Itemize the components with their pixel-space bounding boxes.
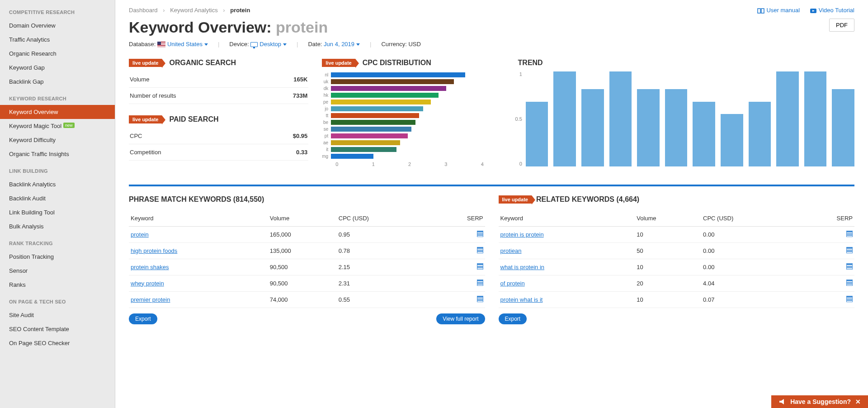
trend-panel: TREND 10.50 — [515, 59, 854, 176]
phrase-match-panel: PHRASE MATCH KEYWORDS (814,550) KeywordV… — [129, 195, 485, 324]
sidebar-item[interactable]: On Page SEO Checker — [0, 336, 115, 350]
sidebar-item[interactable]: Organic Traffic Insights — [0, 147, 115, 161]
sidebar-item[interactable]: Sensor — [0, 264, 115, 278]
sidebar-section-header: KEYWORD RESEARCH — [0, 92, 115, 105]
phrase-match-title: PHRASE MATCH KEYWORDS (814,550) — [129, 195, 485, 204]
sidebar-item[interactable]: Domain Overview — [0, 19, 115, 33]
suggestion-bar[interactable]: Have a Suggestion? ✕ — [771, 395, 868, 408]
cpc-bar — [331, 106, 423, 111]
trend-bar — [749, 102, 771, 166]
serp-icon[interactable] — [846, 231, 853, 237]
serp-icon[interactable] — [477, 247, 483, 253]
cpc-bar — [331, 154, 373, 159]
breadcrumb: Dashboard › Keyword Analytics › protein — [129, 7, 250, 14]
serp-icon[interactable] — [477, 296, 483, 302]
trend-chart: 10.50 — [515, 71, 854, 176]
keyword-link[interactable]: protein shakes — [131, 264, 169, 270]
close-icon[interactable]: ✕ — [855, 398, 861, 405]
video-tutorial-link[interactable]: Video Tutorial — [810, 7, 854, 14]
sidebar-section-header: ON PAGE & TECH SEO — [0, 295, 115, 308]
keyword-link[interactable]: protiean — [500, 247, 522, 254]
breadcrumb-item[interactable]: Keyword Analytics — [170, 7, 218, 14]
sidebar-item[interactable]: Backlink Analytics — [0, 177, 115, 191]
cpc-title: CPC DISTRIBUTION — [363, 59, 431, 67]
sidebar-item[interactable]: SEO Content Template — [0, 322, 115, 336]
related-keywords-panel: live update RELATED KEYWORDS (4,664) Key… — [499, 195, 855, 324]
sidebar-item[interactable]: Position Tracking — [0, 250, 115, 264]
cpc-panel: live updateCPC DISTRIBUTION nlukdkhkpejo… — [322, 59, 501, 176]
view-full-report-button[interactable]: View full report — [436, 313, 485, 324]
trend-bar — [832, 89, 854, 166]
device-selector[interactable]: Desktop — [259, 41, 287, 47]
cpc-bar — [331, 93, 439, 98]
sidebar-item[interactable]: Link Building Tool — [0, 205, 115, 219]
table-row: protein what is it100.07 — [499, 291, 855, 308]
sidebar-item[interactable]: Keyword Overview — [0, 105, 115, 119]
stat-row: Volume165K — [129, 71, 308, 88]
trend-bar — [637, 89, 660, 166]
sidebar-item[interactable]: Ranks — [0, 278, 115, 292]
keyword-link[interactable]: of protein — [500, 280, 525, 287]
cpc-xaxis: 01234 — [322, 160, 484, 167]
keyword-link[interactable]: protein is protein — [500, 231, 544, 238]
user-manual-link[interactable]: User manual — [757, 7, 800, 14]
sidebar: COMPETITIVE RESEARCHDomain OverviewTraff… — [0, 0, 115, 408]
serp-icon[interactable] — [846, 247, 853, 253]
keyword-link[interactable]: premier protein — [131, 296, 170, 303]
cpc-bar — [331, 120, 415, 125]
sidebar-item[interactable]: Bulk Analysis — [0, 219, 115, 233]
main-content: Dashboard › Keyword Analytics › protein … — [115, 0, 868, 408]
breadcrumb-item[interactable]: Dashboard — [129, 7, 158, 14]
export-button[interactable]: Export — [129, 313, 157, 324]
sidebar-section-header: COMPETITIVE RESEARCH — [0, 6, 115, 19]
live-badge: live update — [129, 59, 162, 67]
video-icon — [810, 8, 817, 14]
sidebar-item[interactable]: Backlink Gap — [0, 75, 115, 89]
trend-bar — [609, 71, 632, 166]
keyword-link[interactable]: what is protein in — [500, 264, 545, 270]
page-title: PDF Keyword Overview: protein — [129, 19, 854, 36]
serp-icon[interactable] — [846, 296, 853, 302]
stat-row: Competition0.33 — [129, 144, 308, 161]
database-selector[interactable]: United States — [167, 41, 208, 47]
stat-row: CPC$0.95 — [129, 128, 308, 144]
serp-icon[interactable] — [477, 263, 483, 270]
trend-bar — [804, 71, 827, 166]
cpc-chart: nlukdkhkpejottbeseptaeitmg — [322, 71, 501, 160]
phrase-match-table: KeywordVolumeCPC (USD)SERP protein165,00… — [129, 210, 485, 308]
date-selector[interactable]: Jun 4, 2019 — [324, 41, 360, 47]
trend-bar — [665, 89, 688, 166]
stat-row: Number of results733M — [129, 88, 308, 104]
serp-icon[interactable] — [846, 280, 853, 286]
keyword-link[interactable]: protein what is it — [500, 296, 543, 303]
top-links: User manual Video Tutorial — [749, 7, 854, 14]
table-row: protein165,0000.95 — [129, 226, 485, 242]
sidebar-item[interactable]: Keyword Gap — [0, 61, 115, 75]
organic-title: ORGANIC SEARCH — [169, 59, 236, 67]
table-row: of protein204.04 — [499, 275, 855, 291]
keyword-link[interactable]: high protein foods — [131, 247, 177, 254]
serp-icon[interactable] — [477, 280, 483, 286]
cpc-bar — [331, 147, 396, 152]
related-title: RELATED KEYWORDS (4,664) — [536, 195, 639, 204]
sidebar-item[interactable]: Site Audit — [0, 308, 115, 322]
export-button[interactable]: Export — [499, 313, 527, 324]
keyword-link[interactable]: protein — [131, 231, 149, 238]
table-row: premier protein74,0000.55 — [129, 291, 485, 308]
sidebar-item[interactable]: Keyword Difficulty — [0, 133, 115, 147]
sidebar-item[interactable]: Backlink Audit — [0, 191, 115, 205]
cpc-bar — [331, 100, 431, 104]
cpc-bar — [331, 127, 411, 132]
sidebar-item[interactable]: Organic Research — [0, 47, 115, 61]
desktop-icon — [250, 42, 258, 47]
serp-icon[interactable] — [477, 231, 483, 237]
pdf-button[interactable]: PDF — [829, 19, 854, 32]
keyword-link[interactable]: whey protein — [131, 280, 164, 287]
serp-icon[interactable] — [846, 263, 853, 270]
sidebar-item[interactable]: Keyword Magic Toolnew — [0, 119, 115, 133]
new-badge: new — [63, 123, 75, 128]
megaphone-icon — [778, 399, 786, 405]
live-badge: live update — [499, 195, 532, 204]
cpc-bar — [331, 140, 400, 145]
sidebar-item[interactable]: Traffic Analytics — [0, 33, 115, 47]
